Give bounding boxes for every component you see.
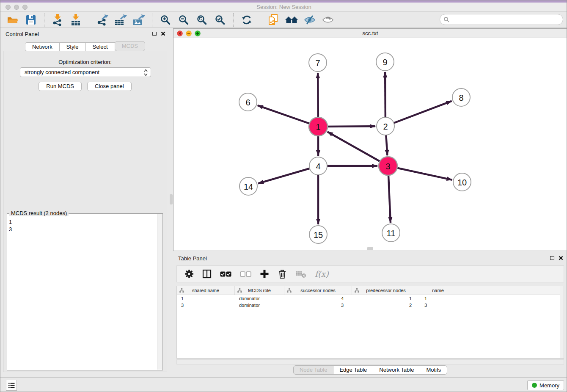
tab-mcds[interactable]: MCDS [115,41,145,51]
edge-2-8[interactable] [385,101,452,126]
cell-successor-nodes[interactable]: 3 [284,302,352,309]
houses-icon[interactable] [284,13,299,27]
tab-node-table[interactable]: Node Table [293,365,334,375]
graph-node-label-4: 4 [316,162,320,171]
tab-network[interactable]: Network [25,42,60,51]
import-network-icon[interactable] [50,13,65,27]
tab-edge-table[interactable]: Edge Table [333,365,373,375]
cell-shared-name[interactable]: 1 [177,295,235,302]
select-all-icon[interactable] [220,271,231,277]
memory-label: Memory [539,382,559,389]
app-window: Session: New Session [0,0,567,392]
mcds-result-text[interactable]: 1 3 [9,218,12,233]
refresh-icon[interactable] [239,13,254,27]
column-header-successor-nodes[interactable]: successor nodes [284,286,352,295]
function-builder-icon[interactable]: f(x) [315,269,329,279]
open-file-icon[interactable] [6,13,20,27]
tab-select[interactable]: Select [85,42,115,51]
graph-node-label-7: 7 [315,58,320,68]
toolbar-separator [233,13,234,27]
settings-gear-icon[interactable] [184,269,194,279]
optimization-criterion-label: Optimization criterion: [3,59,167,65]
memory-button[interactable]: Memory [527,380,564,390]
zoom-in-icon[interactable] [158,13,173,27]
run-mcds-button[interactable]: Run MCDS [39,82,82,91]
tab-style[interactable]: Style [59,42,86,51]
edge-4-14[interactable] [258,166,318,183]
table-row: 3dominator323 [177,302,564,309]
column-header-name[interactable]: name [420,286,456,295]
zoom-out-icon[interactable] [176,13,191,27]
close-panel-icon[interactable] [161,31,165,36]
table-tabs: Node TableEdge TableNetwork TableMotifs [173,365,567,375]
cell-predecessor-nodes[interactable]: 1 [352,295,420,302]
close-panel-icon[interactable] [559,256,563,260]
mcds-result-scrollbar[interactable] [157,214,162,370]
toolbar-separator [152,13,152,27]
window-title: Session: New Session [0,3,567,12]
graph-node-label-8: 8 [459,93,463,102]
export-image-icon[interactable] [132,13,146,27]
mcds-panel: Optimization criterion: strongly connect… [3,51,167,372]
export-table-icon[interactable] [113,13,128,27]
add-row-icon[interactable] [260,269,269,279]
deselect-all-icon[interactable] [240,271,251,277]
splitter-grip[interactable] [170,194,173,204]
table-toolbar: f(x) [176,265,564,282]
close-panel-button[interactable]: Close panel [87,82,132,91]
control-panel-tabs: NetworkStyleSelectMCDS [0,41,170,51]
table-panel-title: Table Panel [178,255,207,262]
cell-shared-name[interactable]: 3 [177,302,235,309]
graph-node-label-3: 3 [385,162,390,171]
window-resize-grip[interactable] [367,247,373,250]
float-panel-icon[interactable] [550,256,554,260]
save-session-icon[interactable] [24,13,38,27]
float-panel-icon[interactable] [152,32,157,36]
mcds-result-title: MCDS result (2 nodes) [9,210,69,216]
cell-predecessor-nodes[interactable]: 2 [352,302,420,309]
network-canvas[interactable]: 7968124314101511 [173,38,567,251]
search-input[interactable] [440,14,563,25]
delete-row-icon[interactable] [278,269,287,279]
graph-node-label-14: 14 [244,182,253,191]
search-icon [443,17,449,22]
toggle-columns-icon[interactable] [202,269,212,279]
edge-3-1[interactable] [328,132,388,166]
cell-successor-nodes[interactable]: 4 [284,295,352,302]
network-window-title: scc.txt [173,29,567,38]
cell-MCDS-role[interactable]: dominator [235,302,284,309]
table-header-row: shared nameMCDS rolesuccessor nodesprede… [177,286,564,295]
column-header-MCDS-role[interactable]: MCDS role [235,286,284,295]
zoom-fit-icon[interactable] [195,13,209,27]
tab-motifs[interactable]: Motifs [420,365,447,375]
eye-icon[interactable] [321,13,335,27]
zoom-selected-icon[interactable] [213,13,227,27]
edge-3-10[interactable] [388,166,452,180]
table-horizontal-scrollbar[interactable] [176,359,564,364]
table-panel: Table Panel [173,253,567,375]
table-vertical-scrollbar[interactable] [560,286,564,358]
cell-name[interactable]: 3 [420,302,456,309]
mac-titlebar: Session: New Session [0,3,567,12]
cell-name[interactable]: 1 [420,295,456,302]
export-network-icon[interactable] [95,13,110,27]
eye-slash-icon[interactable] [303,13,317,27]
tab-network-table[interactable]: Network Table [373,365,420,375]
list-icon [8,382,15,389]
control-panel-title: Control Panel [6,31,39,37]
column-header-shared-name[interactable]: shared name [177,286,235,295]
graph-node-label-15: 15 [314,230,323,240]
network-view-window: scc.txt 7968124314101511 [173,28,567,251]
graph-node-label-2: 2 [383,122,388,131]
import-table-icon[interactable] [69,13,83,27]
column-header-predecessor-nodes[interactable]: predecessor nodes [352,286,420,295]
delete-table-icon[interactable] [295,269,306,279]
task-history-button[interactable] [6,380,17,391]
toolbar-separator [44,13,44,27]
cell-MCDS-role[interactable]: dominator [235,295,284,302]
table-body: 1dominator4113dominator323 [177,295,564,309]
search-container [440,14,563,25]
status-bar: Memory [0,377,567,392]
criterion-select[interactable]: strongly connected component [20,67,151,77]
clone-network-icon[interactable] [266,13,281,27]
